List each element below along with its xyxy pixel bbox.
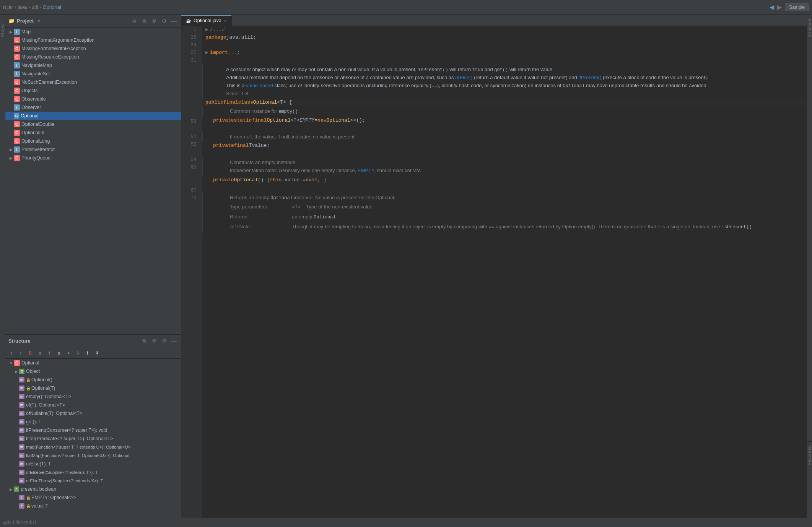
tree-item-objects[interactable]: C Objects [5,86,181,95]
minimize-icon[interactable]: — [170,17,178,25]
struct-item-object[interactable]: ▶ O Object [5,367,181,376]
tree-item-primitiveiterator[interactable]: ▶ I PrimitiveIterator [5,145,181,154]
doc-link-ifpresent[interactable]: ifPresent() [578,75,601,80]
doc-link-valuebased[interactable]: value-based [246,83,273,88]
tree-item-observer[interactable]: I Observer [5,103,181,112]
sample-button[interactable]: Sample [785,3,809,11]
generic-empty-54: <?> [291,117,299,124]
struct-item-filter[interactable]: m filter(Predicate<? super T>): Optional… [5,434,181,443]
navigate-back-icon[interactable]: ◀ [770,3,774,11]
kw-final-54: final [252,117,267,124]
tab-optional-java[interactable]: ☕ Optional.java ✕ [181,15,232,26]
doc-para-2: Additional methods that depend on the pr… [226,74,804,82]
struct-item-orelsethrow[interactable]: m orElseThrow(Supplier<? extends X>): T [5,477,181,485]
sort-az-icon[interactable]: ↕ [7,349,15,357]
show-field-icon[interactable]: f [45,349,54,357]
settings-gear-icon[interactable]: ⚙ [160,17,168,25]
breadcrumb-optional[interactable]: Optional [43,4,61,10]
show-circle-icon[interactable]: ● [64,349,73,357]
tree-item-missingformatarg[interactable]: C MissingFormatArgumentException [5,36,181,44]
sort-za-icon[interactable]: ↕ [16,349,25,357]
project-strip-label[interactable]: Project [0,22,5,37]
structure-settings-icon[interactable]: ⚙ [160,337,168,345]
doc-link-EMPTY[interactable]: EMPTY [358,168,374,173]
fold-icon-27[interactable]: ▶ [205,49,208,57]
tab-close-icon[interactable]: ✕ [224,19,227,23]
struct-item-get[interactable]: m get(): T [5,418,181,426]
structure-strip-label[interactable]: Structure [807,18,812,37]
breadcrumb-java[interactable]: java [18,4,27,10]
project-tree[interactable]: ▶ I Map C MissingFormatArgumentException… [5,28,181,334]
code-area[interactable]: ▶ /.../ package java.util; ▶ import ... … [202,26,807,518]
struct-item-map[interactable]: m map(Function<? super T, ? extends U>):… [5,443,181,451]
struct-item-present[interactable]: ▶ p present: boolean [5,485,181,493]
tree-item-map[interactable]: ▶ I Map [5,28,181,36]
tree-label-obj: Objects [21,88,37,93]
struct-item-ifpresent[interactable]: m ifPresent(Consumer<? super T>): void [5,426,181,434]
struct-item-flatmap[interactable]: m flatMap(Function<? super T, Optional<U… [5,451,181,460]
editor-content[interactable]: 1 25 26 27 31 50 54 55 59 60 [181,26,807,518]
empty-ctor: <>(); [350,117,365,124]
sort-inherited-icon[interactable]: ⬆ [83,349,92,357]
struct-item-empty-field[interactable]: f 🔒 EMPTY: Optional<?> [5,493,181,502]
tree-item-navigableset[interactable]: I NavigableSet [5,70,181,78]
tree-item-observable[interactable]: C Observable [5,95,181,103]
struct-item-ofnullable[interactable]: m ofNullable(T): Optional<T> [5,409,181,418]
method-icon-empty: m [19,394,24,399]
breadcrumb-util[interactable]: util [32,4,38,10]
show-package-icon[interactable]: p [36,349,44,357]
tree-item-priorityqueue[interactable]: ▶ C PriorityQueue [5,154,181,162]
code-line-26 [202,41,807,49]
structure-tree[interactable]: ▼ C Optional ▶ O Object m [5,359,181,518]
kw-class: class [238,99,253,106]
editor-tabs: ☕ Optional.java ✕ [181,15,807,26]
navigate-forward-icon[interactable]: ▶ [777,3,782,11]
tree-item-optional[interactable]: C Optional [5,112,181,120]
show-static-icon[interactable]: s [55,349,63,357]
tree-item-nosuchelement[interactable]: C NoSuchElementException [5,78,181,86]
project-dropdown-icon[interactable]: ▼ [37,19,41,23]
struct-item-ctor1[interactable]: m 🔒 Optional() [5,376,181,384]
favorites-strip-label[interactable]: Favorites [807,446,812,465]
tree-item-optionaldouble[interactable]: C OptionalDouble [5,120,181,128]
doc-para-3: This is a value-based class; use of iden… [226,82,804,90]
cls-optional-ctor: Optional [234,176,258,184]
generic-T: <T> { [277,99,292,106]
struct-label-orelsethrow: orElseThrow(Supplier<? extends X>): T [26,478,103,483]
show-class-icon[interactable]: C [26,349,34,357]
doc-text-empty-dot: . [299,108,301,114]
struct-item-empty[interactable]: m empty(): Optional<T> [5,392,181,401]
tree-item-optionallong[interactable]: C OptionalLong [5,137,181,145]
tree-label-optional: Optional [21,113,39,119]
linenum-doc7 [181,125,199,133]
tree-item-missingresource[interactable]: C MissingResourceException [5,53,181,61]
tree-label-mfw: MissingFormatWidthException [21,46,86,51]
collapse-all-icon[interactable]: ⟰ [140,17,148,25]
tree-item-missingformatwidth[interactable]: C MissingFormatWidthException [5,44,181,53]
locate-icon[interactable]: ⊕ [130,17,138,25]
expand-all-icon[interactable]: ⟱ [150,17,158,25]
import-ellipsis: ... [228,49,237,57]
struct-item-ctor2[interactable]: m 🔒 Optional(T) [5,384,181,392]
method-icon-filter: m [19,436,24,441]
struct-item-of[interactable]: m of(T): Optional<T> [5,401,181,409]
structure-minimize-icon[interactable]: — [170,337,178,345]
breadcrumb-rtjar[interactable]: rt.jar [3,4,13,10]
linenum-doc12 [181,210,199,217]
linenum-26: 26 [181,41,199,49]
doc-link-orelse[interactable]: orElse() [455,75,473,80]
struct-item-value[interactable]: f 🔒 value: T [5,502,181,510]
sort-order-icon[interactable]: ⬇ [93,349,101,357]
doc-code-get: get() [494,67,508,73]
show-lambda-icon[interactable]: λ [74,349,82,357]
tree-item-optionalint[interactable]: C OptionalInt [5,128,181,137]
fold-icon-1[interactable]: ▶ [205,26,208,34]
structure-expand-icon[interactable]: ⟱ [150,337,158,345]
class-icon-mfa: C [14,37,20,43]
struct-item-optional[interactable]: ▼ C Optional [5,359,181,367]
tree-item-navigablemap[interactable]: I NavigableMap [5,61,181,70]
expand-arrow-struct-obj: ▶ [14,369,19,374]
structure-collapse-icon[interactable]: ⟰ [140,337,148,345]
struct-item-orelseget[interactable]: m orElseGet(Supplier<? extends T>): T [5,468,181,477]
struct-item-orelse[interactable]: m orElse(T): T [5,460,181,468]
